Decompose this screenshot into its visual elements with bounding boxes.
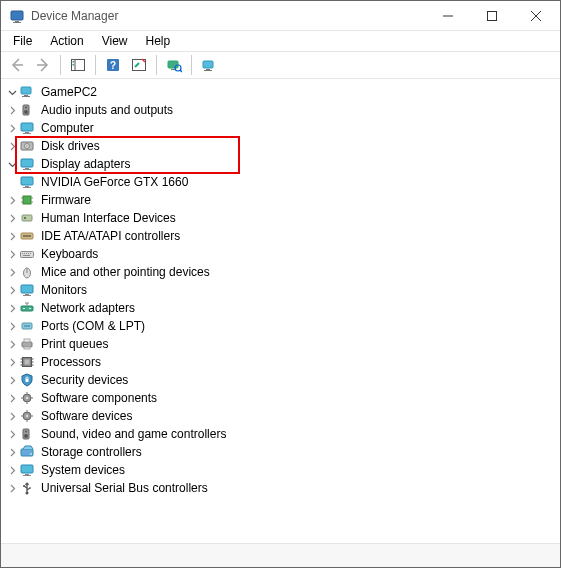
security-icon	[19, 372, 35, 388]
chevron-right-icon[interactable]	[5, 373, 19, 387]
svg-rect-71	[22, 342, 32, 347]
chevron-right-icon[interactable]	[5, 355, 19, 369]
svg-text:?: ?	[110, 60, 116, 71]
action-button[interactable]	[127, 54, 151, 76]
svg-point-28	[25, 107, 27, 109]
chevron-right-icon[interactable]	[5, 427, 19, 441]
scan-hardware-button[interactable]	[162, 54, 186, 76]
svg-rect-52	[24, 253, 25, 254]
tree-node-ports[interactable]: Ports (COM & LPT)	[3, 317, 558, 335]
tree-node-audio[interactable]: Audio inputs and outputs	[3, 101, 558, 119]
monitor-icon	[19, 282, 35, 298]
show-hide-tree-button[interactable]	[66, 54, 90, 76]
storage-icon	[19, 444, 35, 460]
tree-node-label: Display adapters	[39, 157, 132, 171]
tree-node-security[interactable]: Security devices	[3, 371, 558, 389]
tree-node-display[interactable]: Display adapters	[3, 155, 558, 173]
chevron-down-icon[interactable]	[5, 157, 19, 171]
close-button[interactable]	[514, 1, 558, 30]
network-icon	[19, 300, 35, 316]
chevron-right-icon[interactable]	[5, 265, 19, 279]
svg-rect-61	[23, 295, 31, 296]
chevron-right-icon[interactable]	[5, 337, 19, 351]
tree-node-computer[interactable]: Computer	[3, 119, 558, 137]
svg-rect-17	[171, 69, 175, 70]
chevron-down-icon[interactable]	[5, 85, 19, 99]
svg-rect-50	[21, 252, 34, 258]
svg-rect-53	[26, 253, 27, 254]
tree-device-node[interactable]: NVIDIA GeForce GTX 1660	[3, 173, 558, 191]
tree-node-keyboards[interactable]: Keyboards	[3, 245, 558, 263]
svg-rect-30	[25, 132, 29, 133]
chevron-right-icon[interactable]	[5, 319, 19, 333]
tree-node-label: System devices	[39, 463, 127, 477]
svg-rect-37	[23, 169, 31, 170]
tree-node-printq[interactable]: Print queues	[3, 335, 558, 353]
tree-node-mice[interactable]: Mice and other pointing devices	[3, 263, 558, 281]
chevron-right-icon[interactable]	[5, 463, 19, 477]
chevron-right-icon[interactable]	[5, 229, 19, 243]
chevron-right-icon[interactable]	[5, 283, 19, 297]
menu-action[interactable]: Action	[42, 33, 91, 49]
chevron-right-icon[interactable]	[5, 409, 19, 423]
chevron-right-icon[interactable]	[5, 121, 19, 135]
svg-line-19	[180, 70, 182, 72]
svg-point-99	[30, 453, 32, 455]
tree-node-storage[interactable]: Storage controllers	[3, 443, 558, 461]
tree-node-swdev[interactable]: Software devices	[3, 407, 558, 425]
chevron-right-icon[interactable]	[5, 391, 19, 405]
tree-node-processors[interactable]: Processors	[3, 353, 558, 371]
svg-rect-0	[11, 11, 23, 20]
chevron-right-icon[interactable]	[5, 301, 19, 315]
menu-view[interactable]: View	[94, 33, 136, 49]
tree-node-sound[interactable]: Sound, video and game controllers	[3, 425, 558, 443]
tree-node-swcomp[interactable]: Software components	[3, 389, 558, 407]
chevron-right-icon[interactable]	[5, 103, 19, 117]
forward-button[interactable]	[31, 54, 55, 76]
tree-node-label: Computer	[39, 121, 96, 135]
svg-rect-108	[29, 487, 30, 488]
svg-point-106	[23, 485, 25, 487]
tree-root-node[interactable]: GamePC2	[3, 83, 558, 101]
tree-node-hid[interactable]: Human Interface Devices	[3, 209, 558, 227]
monitor-icon	[19, 174, 35, 190]
svg-point-34	[26, 145, 27, 146]
maximize-button[interactable]	[470, 1, 514, 30]
chevron-right-icon[interactable]	[5, 247, 19, 261]
svg-rect-22	[204, 70, 212, 71]
tree-node-label: Security devices	[39, 373, 130, 387]
tree-node-label: IDE ATA/ATAPI controllers	[39, 229, 182, 243]
ide-icon	[19, 228, 35, 244]
svg-rect-40	[23, 187, 31, 188]
tree-node-disk[interactable]: Disk drives	[3, 137, 558, 155]
chevron-right-icon[interactable]	[5, 193, 19, 207]
tree-node-label: Storage controllers	[39, 445, 144, 459]
tree-node-ide[interactable]: IDE ATA/ATAPI controllers	[3, 227, 558, 245]
tree-node-system[interactable]: System devices	[3, 461, 558, 479]
chevron-right-icon[interactable]	[5, 139, 19, 153]
disk-icon	[19, 138, 35, 154]
menu-help[interactable]: Help	[138, 33, 179, 49]
add-legacy-hardware-button[interactable]	[197, 54, 221, 76]
minimize-button[interactable]	[426, 1, 470, 30]
chevron-right-icon[interactable]	[5, 211, 19, 225]
tree-node-firmware[interactable]: Firmware	[3, 191, 558, 209]
tree-node-usb[interactable]: Universal Serial Bus controllers	[3, 479, 558, 497]
svg-rect-35	[21, 159, 33, 167]
tree-node-label: Human Interface Devices	[39, 211, 178, 225]
svg-rect-47	[24, 217, 26, 219]
tree-node-monitors[interactable]: Monitors	[3, 281, 558, 299]
tree-node-network[interactable]: Network adapters	[3, 299, 558, 317]
tree-node-label: Audio inputs and outputs	[39, 103, 175, 117]
svg-rect-86	[26, 402, 27, 404]
menu-file[interactable]: File	[5, 33, 40, 49]
chevron-right-icon[interactable]	[5, 445, 19, 459]
back-button[interactable]	[5, 54, 29, 76]
chevron-right-icon[interactable]	[5, 481, 19, 495]
svg-rect-62	[21, 306, 33, 311]
svg-rect-93	[21, 415, 23, 416]
monitor-icon	[19, 120, 35, 136]
window-title: Device Manager	[31, 9, 426, 23]
monitor-icon	[19, 462, 35, 478]
help-button[interactable]: ?	[101, 54, 125, 76]
